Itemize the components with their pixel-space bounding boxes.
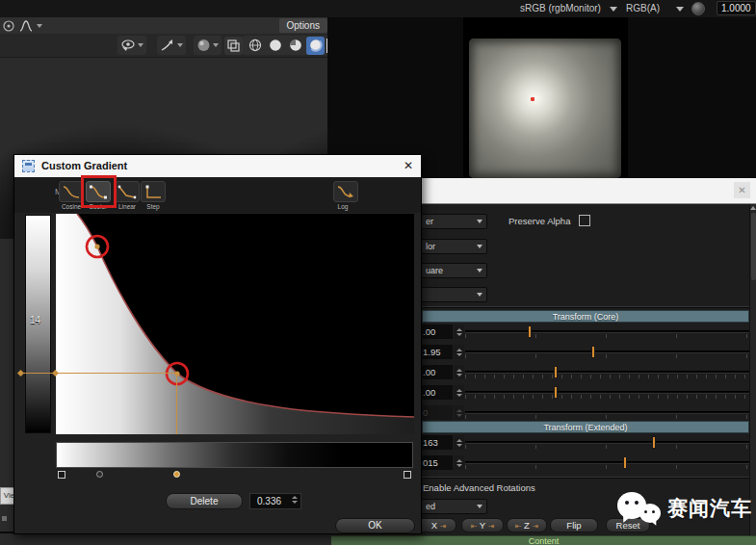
gain-value[interactable]: 1.0000 xyxy=(717,1,756,15)
slider-row: 163 xyxy=(421,435,749,451)
gradient-preview-strip[interactable] xyxy=(56,442,413,468)
blend-mode-dropdown[interactable]: er xyxy=(421,214,487,229)
gamma-wheel-icon[interactable] xyxy=(691,2,705,15)
slider-value-field[interactable]: 163 xyxy=(421,435,453,450)
slider-handle[interactable] xyxy=(554,366,558,378)
slider-value-field[interactable]: 015 xyxy=(421,455,453,470)
slider-ticks xyxy=(465,415,749,419)
value-spinner[interactable] xyxy=(454,385,464,400)
slider-row: 015 xyxy=(421,455,749,471)
preserve-alpha-checkbox[interactable] xyxy=(579,215,590,226)
spin-down-icon[interactable] xyxy=(292,501,298,504)
colorspace-dropdown[interactable]: sRGB (rgbMonitor) xyxy=(520,0,601,17)
slider-handle[interactable] xyxy=(554,386,558,399)
spin-down-icon[interactable] xyxy=(456,394,462,397)
mode-linear-button[interactable] xyxy=(115,181,140,202)
scrollbar-thumb[interactable] xyxy=(751,213,756,280)
spin-up-icon[interactable] xyxy=(292,496,298,499)
transform-extended-header: Transform (Extended) xyxy=(422,421,749,433)
slider-row-disabled: 0 xyxy=(421,405,749,421)
spin-down-icon[interactable] xyxy=(456,464,462,467)
chevron-down-icon xyxy=(477,505,482,508)
axis-y-button[interactable]: ⇤ Y ⇥ xyxy=(461,518,504,532)
close-icon[interactable]: ✕ xyxy=(734,182,750,198)
rendered-shading-button[interactable] xyxy=(306,37,325,55)
spin-down-icon[interactable] xyxy=(456,444,462,447)
colorspace-chevron-icon[interactable] xyxy=(610,7,617,12)
wireframe-shading-button[interactable] xyxy=(246,37,264,55)
panel-divider xyxy=(0,532,13,533)
falloff-chevron-icon[interactable] xyxy=(37,24,42,28)
channels-chevron-icon[interactable] xyxy=(676,7,684,12)
close-icon[interactable]: ✕ xyxy=(404,159,413,172)
gradient-stop-circle-selected[interactable] xyxy=(173,471,180,478)
axis-x-button[interactable]: X ⇥ xyxy=(421,518,456,532)
spin-up-icon[interactable] xyxy=(456,328,462,331)
slider-value-field[interactable]: 1.95 xyxy=(421,345,453,359)
ok-button[interactable]: OK xyxy=(335,518,415,533)
spin-up-icon[interactable] xyxy=(456,369,462,372)
slider-handle[interactable] xyxy=(652,436,656,449)
slider-track[interactable] xyxy=(465,441,749,444)
slider-handle[interactable] xyxy=(591,346,595,358)
select-visible-group[interactable] xyxy=(117,36,146,55)
mode-step-button[interactable] xyxy=(141,181,166,202)
slider-value-field[interactable]: .00 xyxy=(421,324,453,339)
spin-up-icon[interactable] xyxy=(456,439,462,442)
slider-value-field[interactable]: .00 xyxy=(421,365,453,379)
dropdown-text: ed xyxy=(426,502,435,511)
value-spinner[interactable] xyxy=(454,365,464,379)
options-button[interactable]: Options xyxy=(279,18,327,33)
solid-shading-button[interactable] xyxy=(266,37,284,55)
slider-handle[interactable] xyxy=(528,325,532,338)
spin-down-icon[interactable] xyxy=(456,374,462,376)
dialog-titlebar[interactable]: Custom Gradient ✕ xyxy=(14,155,421,177)
spin-down-icon[interactable] xyxy=(456,333,462,336)
spin-up-icon[interactable] xyxy=(456,349,462,351)
slider-track[interactable] xyxy=(465,391,749,394)
trajectory-tool-group[interactable] xyxy=(157,36,186,55)
proportional-editing-icon[interactable] xyxy=(3,20,14,32)
stop-position-field[interactable]: 0.336 xyxy=(249,493,301,509)
slider-track[interactable] xyxy=(465,330,749,333)
flip-button[interactable]: Flip xyxy=(550,518,598,532)
value-spinner[interactable] xyxy=(292,496,298,504)
extra-dropdown[interactable] xyxy=(421,287,487,302)
rendered-circle-icon xyxy=(309,39,323,52)
value-spinner[interactable] xyxy=(454,324,464,339)
gradient-stop-square[interactable] xyxy=(404,471,411,479)
spin-down-icon[interactable] xyxy=(456,353,462,356)
curve-editor[interactable] xyxy=(56,214,414,434)
slider-ticks xyxy=(465,334,749,338)
crosshair-diamond-marker xyxy=(17,370,24,376)
slider-track[interactable] xyxy=(465,371,749,374)
flare-editor-titlebar[interactable]: ✕ xyxy=(421,178,756,204)
axis-z-button[interactable]: ⇤ Z ⇥ xyxy=(507,518,547,532)
mode-button-label: Log xyxy=(324,203,362,210)
gradient-stop-circle[interactable] xyxy=(96,471,103,478)
falloff-curve-icon[interactable] xyxy=(19,20,33,32)
value-spinner[interactable] xyxy=(454,435,464,450)
overlap-mode-button[interactable] xyxy=(224,37,243,55)
slider-handle[interactable] xyxy=(623,456,627,469)
control-point[interactable] xyxy=(94,244,99,248)
shape-dropdown[interactable]: uare xyxy=(421,263,487,278)
delete-button[interactable]: Delete xyxy=(166,493,243,509)
rotation-mode-dropdown[interactable]: ed xyxy=(421,499,487,514)
content-section-bar[interactable]: Content xyxy=(331,535,756,545)
slider-track[interactable] xyxy=(465,461,749,464)
scroll-up-icon[interactable] xyxy=(750,206,756,210)
value-spinner[interactable] xyxy=(454,345,464,359)
spin-up-icon[interactable] xyxy=(456,459,462,462)
spin-up-icon[interactable] xyxy=(456,389,462,392)
value-spinner[interactable] xyxy=(454,455,464,470)
slider-track[interactable] xyxy=(465,350,749,353)
slider-value-field[interactable]: .00 xyxy=(421,385,453,400)
material-preview-button[interactable] xyxy=(286,37,304,55)
gradient-stop-square[interactable] xyxy=(58,471,65,479)
material-sphere-group[interactable] xyxy=(194,36,222,55)
bezier-highlight-annotation xyxy=(81,175,117,208)
mode-log-button[interactable] xyxy=(333,181,358,202)
channels-dropdown[interactable]: RGB(A) xyxy=(626,0,660,17)
color-mode-dropdown[interactable]: lor xyxy=(421,239,487,254)
